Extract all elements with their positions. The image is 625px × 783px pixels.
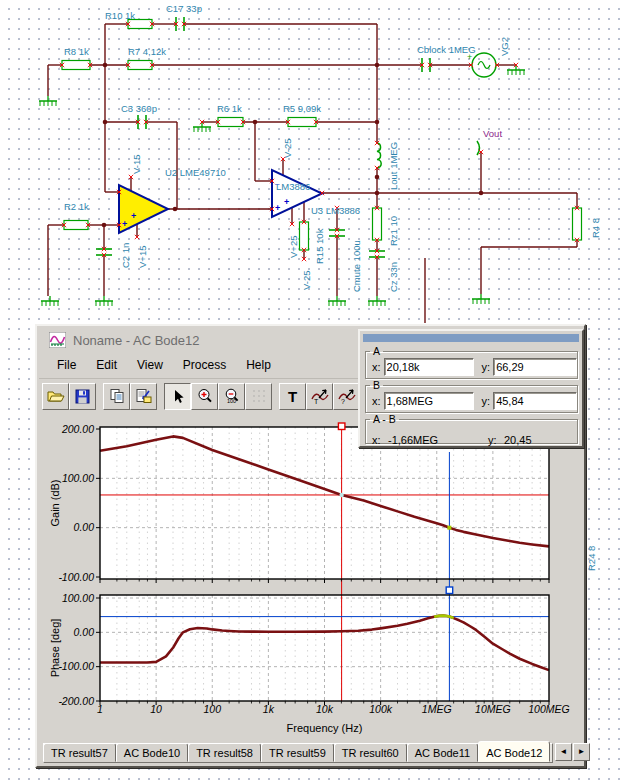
tab-tr-result57[interactable]: TR result57 <box>43 743 116 762</box>
tab-scroll-left-button[interactable]: ◄ <box>555 743 572 761</box>
tab-tr-result59[interactable]: TR result59 <box>261 743 334 762</box>
tab-ac-bode12[interactable]: AC Bode12 <box>478 741 550 762</box>
schematic-label[interactable]: Rz1 10 <box>388 216 399 246</box>
schematic-label[interactable]: U2 LME49710 <box>165 167 226 178</box>
toolbar-zoom-100-button[interactable]: 100 <box>218 383 245 410</box>
schematic-label[interactable]: LM3886 <box>276 181 310 192</box>
resistor[interactable] <box>218 118 243 127</box>
ground-symbol[interactable] <box>95 296 113 306</box>
schematic-label[interactable]: R24 8 <box>586 546 597 571</box>
schematic-label[interactable]: C17 33p <box>166 3 202 14</box>
schematic-label[interactable]: R2 1k <box>64 201 89 212</box>
ground-symbol[interactable] <box>368 296 386 306</box>
tab-ac-bode10[interactable]: AC Bode10 <box>116 743 188 762</box>
menu-edit[interactable]: Edit <box>86 356 127 374</box>
cursor-a-y-input[interactable] <box>493 358 577 376</box>
resistor[interactable] <box>62 61 90 70</box>
menu-file[interactable]: File <box>47 356 86 374</box>
toolbar-zoom-in-button[interactable] <box>191 383 218 410</box>
axis-tick-label: -200.00 <box>58 695 94 707</box>
schematic-label[interactable]: C2 1n <box>120 243 131 268</box>
schematic-label[interactable]: R5 9,09k <box>283 103 321 114</box>
cursor-b-handle[interactable] <box>446 587 453 594</box>
inductor[interactable] <box>377 143 381 168</box>
schematic-label[interactable]: R4 8 <box>590 218 601 238</box>
ground-symbol[interactable] <box>39 96 57 106</box>
vout-probe[interactable] <box>477 141 480 155</box>
menu-help[interactable]: Help <box>236 356 281 374</box>
toolbar-open-button[interactable] <box>42 383 69 410</box>
tab-scroll-right-button[interactable]: ► <box>573 743 590 761</box>
junction-dot <box>375 191 380 196</box>
schematic-wires[interactable] <box>48 24 577 323</box>
schematic-label[interactable]: Vout <box>483 128 502 139</box>
junction-dot <box>479 191 484 196</box>
schematic-label[interactable]: Lout 1MEG <box>388 142 399 190</box>
ground-symbol[interactable] <box>328 296 346 306</box>
capacitor[interactable] <box>369 251 385 257</box>
bode-plot-area[interactable]: 200.00100.000.00-100.00100.000.00-100.00… <box>39 414 584 744</box>
ground-symbol[interactable] <box>41 296 59 306</box>
resistor[interactable] <box>64 221 88 230</box>
ground-symbol[interactable] <box>472 294 490 304</box>
cursor-ab-group: A - B x: -1,66MEG y: 20,45 <box>365 413 578 444</box>
schematic-label[interactable]: U3 LM3886 <box>311 205 360 216</box>
menu-process[interactable]: Process <box>173 356 236 374</box>
tab-tr-result60[interactable]: TR result60 <box>334 743 407 762</box>
x-tick-label: 1 <box>97 703 103 715</box>
cursor-panel-grip[interactable] <box>363 334 579 342</box>
cursor-a-handle[interactable] <box>338 423 345 430</box>
capacitor[interactable] <box>422 58 430 72</box>
tab-tr-result58[interactable]: TR result58 <box>188 743 261 762</box>
cursor-ab-y-label: y: <box>488 434 504 446</box>
zoom-100-icon: 100 <box>224 388 240 404</box>
schematic-label[interactable]: Cz 33n <box>388 262 399 292</box>
schematic-label[interactable]: R7 4,12k <box>128 46 166 57</box>
capacitor[interactable] <box>176 17 184 31</box>
resistor[interactable] <box>573 208 582 240</box>
schematic-label[interactable]: Cmute 100u <box>351 240 362 292</box>
menu-view[interactable]: View <box>127 356 173 374</box>
schematic-label[interactable]: V+25 <box>288 236 299 258</box>
schematic-label[interactable]: C3 360p <box>121 103 157 114</box>
toolbar-grid-button[interactable] <box>245 383 272 410</box>
cursor-b-y-input[interactable] <box>493 392 577 410</box>
toolbar-cursor-a-button[interactable]: T <box>306 383 333 410</box>
resistor[interactable] <box>128 61 152 70</box>
toolbar-paste-button[interactable] <box>130 383 157 410</box>
schematic-label[interactable]: R10 1k <box>105 10 135 21</box>
schematic-label[interactable]: R15 10k <box>314 228 325 264</box>
capacitor[interactable] <box>329 230 345 236</box>
resistor[interactable] <box>300 222 309 250</box>
cursor-a-group-label: A <box>370 345 383 357</box>
cursor-b-tool-icon: ? <box>338 388 356 405</box>
gain-axis-title: Gain (dB) <box>49 479 61 526</box>
schematic-label[interactable]: VG2 <box>499 37 510 56</box>
capacitor[interactable] <box>96 249 112 255</box>
resistor[interactable] <box>373 208 382 240</box>
plot-background <box>100 427 549 579</box>
toolbar-cursor-b-button[interactable]: ? <box>333 383 360 410</box>
ground-symbol[interactable] <box>193 122 211 132</box>
toolbar-text-button[interactable]: T <box>279 383 306 410</box>
schematic-label[interactable]: V-15 <box>131 154 142 174</box>
schematic-label[interactable]: V-25 <box>282 138 293 158</box>
svg-text:+: + <box>122 219 127 229</box>
cursor-a-point[interactable] <box>339 493 343 497</box>
ground-symbol[interactable] <box>507 65 525 75</box>
svg-text:T: T <box>288 389 297 404</box>
toolbar-copy-button[interactable] <box>103 383 130 410</box>
schematic-label[interactable]: V-25 <box>301 270 312 290</box>
schematic-label[interactable]: Cblock 1MEG <box>417 44 476 55</box>
tab-ac-bode11[interactable]: AC Bode11 <box>407 743 478 762</box>
toolbar-save-button[interactable] <box>69 383 96 410</box>
x-tick-label: 100k <box>369 703 393 715</box>
capacitor[interactable] <box>138 115 146 129</box>
cursor-b-x-input[interactable] <box>384 392 474 410</box>
schematic-label[interactable]: R8 1k <box>64 46 89 57</box>
resistor[interactable] <box>288 118 316 127</box>
toolbar-pointer-button[interactable] <box>164 383 191 410</box>
schematic-label[interactable]: R6 1k <box>217 103 242 114</box>
cursor-a-x-input[interactable] <box>384 358 474 376</box>
schematic-label[interactable]: V+15 <box>137 246 148 268</box>
